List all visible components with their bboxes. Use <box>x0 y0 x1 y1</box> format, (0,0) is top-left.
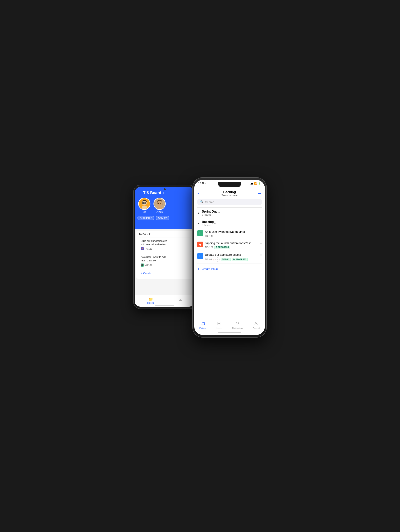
iphone-phone: 12:22 ↑ 📶 🔋 <box>192 177 267 338</box>
issue-row-3[interactable]: Update our app store assets TIS-98 ↑ 4 D… <box>197 251 262 264</box>
backlog-title-block: Backlog 3 Issues <box>202 220 214 227</box>
avatar-alison-label: Alison <box>157 211 163 213</box>
issue-2-drag-handle: ≡ <box>260 242 262 245</box>
android-top-bar: ← TIS Board ▾ <box>135 187 195 229</box>
android-phone: ← TIS Board ▾ <box>133 185 196 309</box>
bar2 <box>251 183 252 184</box>
issue-1-content: As a user I want to live on Mars TIS-437 <box>205 230 258 237</box>
issue-row-1[interactable]: As a user I want to live on Mars TIS-437… <box>197 228 262 239</box>
iphone-more-button[interactable]: ••• <box>254 191 261 196</box>
battery-icon: 🔋 <box>258 182 261 185</box>
issue-1-title: As a user I want to live on Mars <box>205 230 258 234</box>
home-bar <box>155 305 174 306</box>
android-camera <box>164 188 166 190</box>
dropdown-icon[interactable]: ▾ <box>163 192 164 194</box>
avatar-alison-svg <box>154 198 165 209</box>
iphone-home-bar <box>194 330 265 335</box>
android-screen: ← TIS Board ▾ <box>135 187 195 307</box>
iphone-status-bar: 12:22 ↑ 📶 🔋 <box>194 180 265 190</box>
card-1-id: ⚡ TIS-123 <box>141 247 189 250</box>
issue-3-title: Update our app store assets <box>205 253 258 257</box>
signal-bars <box>251 182 253 184</box>
iphone-bottom-nav: Projects Issues <box>194 320 265 330</box>
iphone-search-placeholder: Search <box>205 200 214 204</box>
iphone-issues-icon <box>217 321 221 327</box>
issue-2-type-icon <box>197 241 203 247</box>
iphone-title-block: Backlog Teams in space <box>205 190 254 197</box>
issues-svg <box>217 321 221 326</box>
iphone-nav-notifications-label: Notifications <box>232 327 242 329</box>
card-2-id-text: MOB-13 <box>145 264 152 266</box>
backlog-chevron: ▲ <box>197 222 200 225</box>
all-sprints-filter[interactable]: All sprints ▾ <box>137 216 154 220</box>
avatar-alison-circle <box>154 198 166 210</box>
iphone-screen: 12:22 ↑ 📶 🔋 <box>194 180 265 335</box>
location-icon: ↑ <box>205 182 206 184</box>
card-2-id: ⬛ MOB-13 <box>141 264 189 266</box>
iphone-back-button[interactable]: ‹ <box>198 191 205 196</box>
android-nav-projects[interactable]: 📁 Projects <box>147 297 154 304</box>
iphone-header: ‹ Backlog Teams in space ••• <box>194 190 265 199</box>
iphone-nav-notifications[interactable]: Notifications <box>232 321 242 330</box>
backlog-more[interactable]: ••• <box>214 221 216 225</box>
issue-3-priority-icon: ↑ <box>213 258 214 261</box>
sprint-one-section[interactable]: ▼ Sprint One 7 issues ••• <box>197 207 262 218</box>
back-icon[interactable]: ← <box>137 191 141 195</box>
avatar-me-circle <box>138 198 150 210</box>
card-1-text: Build out our design syswith internal an… <box>141 239 189 246</box>
iphone-nav-issues[interactable]: Issues <box>216 321 222 330</box>
android-nav-board[interactable]: ☑ <box>179 297 182 304</box>
task-svg <box>199 254 202 258</box>
svg-rect-12 <box>199 244 201 246</box>
android-avatars: Me <box>137 198 192 213</box>
issue-3-type-icon <box>197 253 203 259</box>
avatar-alison[interactable]: Alison <box>154 198 166 213</box>
bell-svg <box>235 321 240 326</box>
issue-1-meta: TIS-437 <box>205 234 258 237</box>
all-sprints-label: All sprints <box>140 217 150 219</box>
android-create-button[interactable]: + Create <box>139 270 191 277</box>
iphone-notifications-icon <box>235 321 240 327</box>
iphone-nav-projects[interactable]: Projects <box>199 321 206 330</box>
backlog-section[interactable]: ▲ Backlog 3 Issues ••• <box>197 218 262 228</box>
android-filters: All sprints ▾ Only my <box>137 216 192 220</box>
svg-point-10 <box>158 203 159 204</box>
column-title: To Do – 2 <box>139 233 191 236</box>
iphone-nav-account[interactable]: Account <box>253 321 260 330</box>
issue-2-badge-progress: IN PROGRESS <box>214 246 230 249</box>
kanban-card-1[interactable]: Build out our design syswith internal an… <box>139 238 191 252</box>
kanban-column-todo: To Do – 2 Build out our design syswith i… <box>136 231 193 279</box>
bar3 <box>252 183 253 184</box>
issue-3-meta: TIS-98 ↑ 4 DESIGN IN PROGRESS <box>205 257 258 262</box>
sprint-one-more[interactable]: ••• <box>218 211 220 215</box>
issue-1-drag-handle: ≡ <box>260 231 262 234</box>
create-issue-button[interactable]: + Create issue <box>197 264 262 274</box>
avatar-me[interactable]: Me <box>138 198 150 213</box>
bar4 <box>253 182 253 184</box>
backlog-count: 3 Issues <box>202 224 214 227</box>
sprint-one-title-block: Sprint One 7 issues <box>202 210 218 216</box>
board-icon: ☑ <box>179 297 182 302</box>
issue-3-id: TIS-98 <box>205 258 212 261</box>
avatar-me-label: Me <box>143 211 146 213</box>
iphone-nav-issues-label: Issues <box>216 327 222 329</box>
issue-2-title: Tapping the launch button doesn't st... <box>205 241 258 245</box>
svg-point-15 <box>255 322 257 324</box>
card-1-id-text: TIS-123 <box>145 248 152 250</box>
only-my-filter[interactable]: Only my <box>156 216 169 220</box>
android-body: To Do – 2 Build out our design syswith i… <box>135 229 195 295</box>
iphone-search-bar[interactable]: 🔍 Search <box>197 199 262 205</box>
issue-3-badge-design: DESIGN <box>221 258 231 261</box>
issue-1-id: TIS-437 <box>205 234 213 237</box>
iphone-time: 12:22 ↑ <box>198 182 218 185</box>
issue-1-type-icon <box>197 230 203 236</box>
person-svg <box>254 321 258 326</box>
issue-row-2[interactable]: Tapping the launch button doesn't st... … <box>197 239 262 251</box>
sprint-one-title: Sprint One <box>202 210 218 213</box>
iphone-page-title: Backlog <box>205 190 254 194</box>
kanban-card-2[interactable]: As a user I want to add tmain CSS file ⬛… <box>139 253 191 268</box>
sprint-one-chevron: ▼ <box>197 212 200 215</box>
iphone-status-right: 📶 🔋 <box>241 182 261 185</box>
android-bottom-nav: 📁 Projects ☑ <box>135 295 195 305</box>
board-title: TIS Board <box>143 191 161 195</box>
